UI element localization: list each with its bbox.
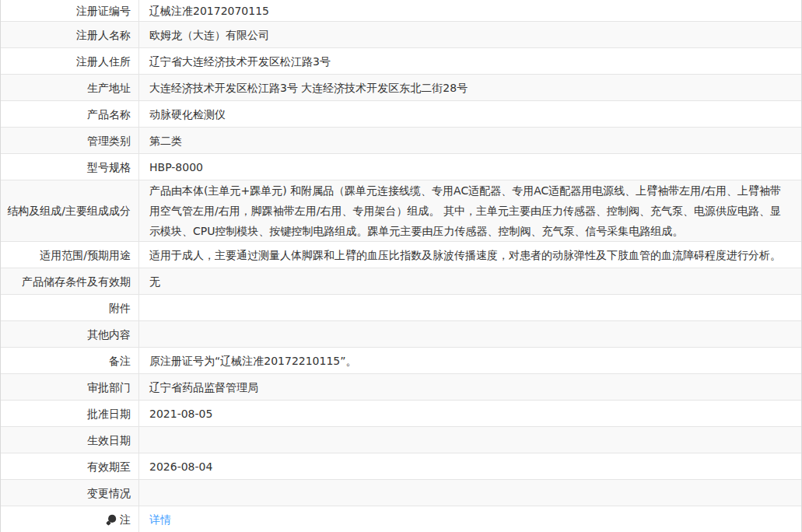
row-value: 产品由本体(主单元+踝单元) 和附属品（踝单元连接线缆、专用AC适配器、专用AC… — [139, 180, 801, 241]
row-label-cell: 产品名称 — [1, 101, 139, 127]
table-row: 审批部门 辽宁省药品监督管理局 — [1, 374, 801, 401]
row-label-cell: 生效日期 — [1, 427, 139, 453]
row-label-cell: 注册人名称 — [1, 22, 139, 47]
row-label: 注册人名称 — [76, 27, 131, 43]
row-label: 审批部门 — [87, 380, 131, 395]
detail-link[interactable]: 详情 — [149, 509, 171, 530]
row-value: 辽械注准20172070115 — [139, 0, 801, 21]
row-label-cell: 批准日期 — [1, 401, 139, 426]
table-row: 产品储存条件及有效期 无 — [1, 268, 801, 295]
row-value: 2026-08-04 — [139, 453, 801, 479]
row-value — [139, 321, 801, 347]
row-value: 2021-08-05 — [139, 401, 801, 426]
row-value: 动脉硬化检测仪 — [139, 101, 801, 127]
row-value: 辽宁省大连经济技术开发区松江路3号 — [139, 48, 801, 74]
row-label-cell: 注册人住所 — [1, 48, 139, 74]
row-label: 其他内容 — [87, 327, 131, 342]
row-label: 注册人住所 — [76, 54, 131, 69]
table-row: 生效日期 — [1, 427, 801, 453]
table-row: 结构及组成/主要组成成分 产品由本体(主单元+踝单元) 和附属品（踝单元连接线缆… — [1, 180, 801, 242]
bulb-icon — [106, 514, 117, 526]
row-value: 原注册证号为“辽械注准20172210115”。 — [139, 348, 801, 373]
table-row: 型号规格 HBP-8000 — [1, 154, 801, 180]
row-label-cell: 变更情况 — [1, 480, 139, 506]
table-row: 有效期至 2026-08-04 — [1, 453, 801, 480]
table-row: 注册证编号 辽械注准20172070115 — [1, 0, 801, 22]
row-label-cell: 型号规格 — [1, 154, 139, 180]
row-label-cell: 结构及组成/主要组成成分 — [1, 180, 139, 241]
table-row: 变更情况 — [1, 480, 801, 506]
row-label: 生效日期 — [87, 432, 131, 448]
row-label: 注册证编号 — [76, 3, 131, 19]
row-label-cell: 附件 — [1, 295, 139, 320]
table-row: 注册人名称 欧姆龙（大连）有限公司 — [1, 22, 801, 48]
row-label: 适用范围/预期用途 — [40, 247, 131, 263]
row-label-cell: 注 — [1, 506, 139, 532]
row-value — [139, 427, 801, 453]
row-label: 型号规格 — [87, 159, 131, 175]
row-value: 辽宁省药品监督管理局 — [139, 374, 801, 400]
row-label: 变更情况 — [87, 485, 131, 501]
row-label-cell: 产品储存条件及有效期 — [1, 268, 139, 294]
row-value — [139, 295, 801, 320]
row-value: HBP-8000 — [139, 154, 801, 180]
row-label-cell: 有效期至 — [1, 453, 139, 479]
row-label-cell: 管理类别 — [1, 128, 139, 153]
table-row: 生产地址 大连经济技术开发区松江路3号 大连经济技术开发区东北二街28号 — [1, 75, 801, 101]
row-label: 批准日期 — [87, 406, 131, 422]
row-label-cell: 审批部门 — [1, 374, 139, 400]
row-value: 第二类 — [139, 128, 801, 153]
row-label: 生产地址 — [87, 80, 131, 96]
row-value: 欧姆龙（大连）有限公司 — [139, 22, 801, 47]
table-row: 批准日期 2021-08-05 — [1, 401, 801, 427]
row-label: 产品名称 — [87, 107, 131, 122]
row-label: 备注 — [109, 353, 131, 369]
table-row: 注册人住所 辽宁省大连经济技术开发区松江路3号 — [1, 48, 801, 75]
row-value: 大连经济技术开发区松江路3号 大连经济技术开发区东北二街28号 — [139, 75, 801, 100]
row-label-cell: 备注 — [1, 348, 139, 373]
row-label: 有效期至 — [87, 459, 131, 474]
row-value — [139, 480, 801, 506]
row-label: 附件 — [109, 300, 131, 316]
table-row: 产品名称 动脉硬化检测仪 — [1, 101, 801, 128]
row-label: 结构及组成/主要组成成分 — [7, 203, 131, 219]
table-row: 附件 — [1, 295, 801, 321]
row-label: 产品储存条件及有效期 — [22, 274, 131, 289]
table-row: 其他内容 — [1, 321, 801, 348]
row-value: 详情 — [139, 506, 801, 532]
row-label-cell: 注册证编号 — [1, 0, 139, 21]
table-row: 备注 原注册证号为“辽械注准20172210115”。 — [1, 348, 801, 374]
row-label-cell: 适用范围/预期用途 — [1, 242, 139, 268]
row-value: 无 — [139, 268, 801, 294]
row-value: 适用于成人，主要通过测量人体脚踝和上臂的血压比指数及脉波传播速度，对患者的动脉弹… — [139, 242, 801, 268]
table-row: 适用范围/预期用途 适用于成人，主要通过测量人体脚踝和上臂的血压比指数及脉波传播… — [1, 242, 801, 268]
row-label-cell: 其他内容 — [1, 321, 139, 347]
table-row: 注 详情 — [1, 506, 801, 532]
row-label: 管理类别 — [87, 133, 131, 149]
registration-table: 注册证编号 辽械注准20172070115 注册人名称 欧姆龙（大连）有限公司 … — [0, 0, 802, 532]
table-row: 管理类别 第二类 — [1, 128, 801, 154]
row-label: 注 — [120, 512, 131, 527]
row-label-cell: 生产地址 — [1, 75, 139, 100]
